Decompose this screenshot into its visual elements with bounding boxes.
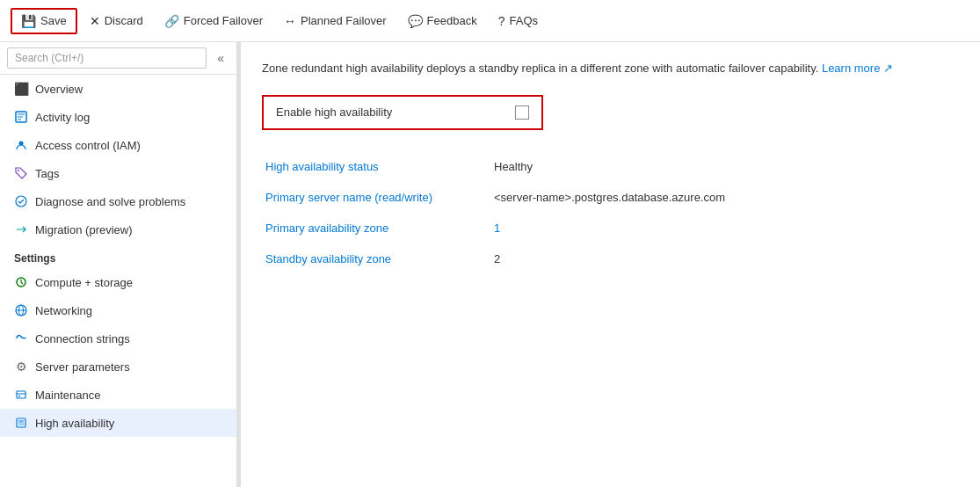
- field-value-primary-zone: 1: [490, 213, 959, 243]
- sidebar-item-access-control[interactable]: Access control (IAM): [0, 131, 236, 159]
- field-value-standby-zone: 2: [490, 243, 959, 274]
- sidebar-item-label: Activity log: [35, 111, 90, 124]
- feedback-button[interactable]: 💬 Feedback: [399, 10, 486, 33]
- forced-failover-button[interactable]: 🔗 Forced Failover: [156, 10, 272, 33]
- field-label-standby-zone: Standby availability zone: [262, 243, 490, 274]
- discard-label: Discard: [105, 14, 143, 27]
- planned-failover-icon: ↔: [284, 14, 296, 28]
- learn-more-link[interactable]: Learn more ↗: [822, 62, 893, 75]
- feedback-label: Feedback: [427, 14, 477, 27]
- diagnose-icon: [14, 194, 28, 208]
- field-label-primary-zone: Primary availability zone: [262, 213, 490, 243]
- sidebar-item-label: Maintenance: [35, 389, 100, 402]
- table-row: Primary availability zone 1: [262, 213, 959, 243]
- sidebar: « ⬛ Overview Activity log Access control…: [0, 42, 237, 487]
- svg-rect-15: [18, 422, 24, 425]
- save-button[interactable]: 💾 Save: [11, 8, 77, 34]
- field-value-ha-status: Healthy: [490, 151, 959, 182]
- svg-point-6: [16, 196, 26, 207]
- enable-ha-label: Enable high availability: [276, 105, 505, 119]
- sidebar-item-label: Server parameters: [35, 360, 130, 374]
- field-value-primary-server: <server-name>.postgres.database.azure.co…: [490, 182, 959, 213]
- sidebar-item-overview[interactable]: ⬛ Overview: [0, 75, 236, 103]
- ha-info-table: High availability status Healthy Primary…: [262, 151, 959, 274]
- access-control-icon: [14, 138, 28, 152]
- table-row: Standby availability zone 2: [262, 243, 959, 274]
- enable-ha-box: Enable high availability: [262, 95, 543, 130]
- field-label-primary-server: Primary server name (read/write): [262, 182, 490, 213]
- sidebar-item-maintenance[interactable]: Maintenance: [0, 381, 236, 409]
- overview-icon: ⬛: [14, 82, 28, 96]
- tags-icon: [14, 166, 28, 180]
- save-icon: 💾: [21, 14, 36, 28]
- forced-failover-icon: 🔗: [164, 14, 179, 28]
- sidebar-item-activity-log[interactable]: Activity log: [0, 103, 236, 131]
- compute-storage-icon: [14, 275, 28, 289]
- faqs-button[interactable]: ? FAQs: [490, 10, 547, 33]
- sidebar-item-high-availability[interactable]: High availability: [0, 409, 236, 437]
- sidebar-item-migration[interactable]: Migration (preview): [0, 215, 236, 243]
- faqs-icon: ?: [498, 14, 505, 28]
- sidebar-item-compute-storage[interactable]: Compute + storage: [0, 268, 236, 296]
- content-area: Zone redundant high availability deploys…: [241, 42, 980, 487]
- sidebar-item-server-parameters[interactable]: ⚙ Server parameters: [0, 353, 236, 381]
- toolbar: 💾 Save ✕ Discard 🔗 Forced Failover ↔ Pla…: [0, 0, 980, 42]
- forced-failover-label: Forced Failover: [184, 14, 263, 27]
- sidebar-item-label: Connection strings: [35, 332, 130, 345]
- sidebar-item-label: Networking: [35, 304, 92, 317]
- svg-point-5: [18, 170, 19, 171]
- svg-rect-11: [17, 391, 25, 398]
- activity-log-icon: [14, 110, 28, 124]
- sidebar-item-diagnose[interactable]: Diagnose and solve problems: [0, 187, 236, 215]
- high-availability-icon: [14, 416, 28, 430]
- planned-failover-label: Planned Failover: [301, 14, 387, 27]
- maintenance-icon: [14, 388, 28, 402]
- sidebar-item-label: Tags: [35, 167, 59, 180]
- svg-rect-13: [18, 396, 20, 397]
- sidebar-item-label: Access control (IAM): [35, 139, 141, 152]
- sidebar-item-connection-strings[interactable]: Connection strings: [0, 324, 236, 353]
- search-input[interactable]: [7, 47, 207, 69]
- sidebar-item-label: High availability: [35, 417, 114, 430]
- sidebar-item-label: Diagnose and solve problems: [35, 195, 185, 208]
- search-bar: «: [0, 42, 236, 75]
- sidebar-item-label: Migration (preview): [35, 223, 133, 236]
- table-row: Primary server name (read/write) <server…: [262, 182, 959, 213]
- sidebar-item-tags[interactable]: Tags: [0, 159, 236, 187]
- migration-icon: [14, 222, 28, 236]
- sidebar-item-networking[interactable]: Networking: [0, 296, 236, 324]
- sidebar-item-label: Overview: [35, 83, 83, 96]
- discard-icon: ✕: [90, 14, 100, 28]
- feedback-icon: 💬: [408, 14, 423, 28]
- description-text: Zone redundant high availability deploys…: [262, 60, 959, 77]
- discard-button[interactable]: ✕ Discard: [81, 10, 152, 33]
- networking-icon: [14, 303, 28, 317]
- enable-ha-checkbox[interactable]: [515, 105, 529, 120]
- sidebar-item-label: Compute + storage: [35, 276, 133, 289]
- settings-section-header: Settings: [0, 243, 236, 268]
- planned-failover-button[interactable]: ↔ Planned Failover: [275, 10, 396, 33]
- collapse-button[interactable]: «: [212, 49, 229, 67]
- table-row: High availability status Healthy: [262, 151, 959, 182]
- server-parameters-icon: ⚙: [14, 360, 28, 374]
- faqs-label: FAQs: [509, 14, 538, 27]
- main-layout: « ⬛ Overview Activity log Access control…: [0, 42, 980, 487]
- connection-strings-icon: [14, 331, 28, 345]
- save-label: Save: [40, 14, 67, 27]
- field-label-ha-status: High availability status: [262, 151, 490, 182]
